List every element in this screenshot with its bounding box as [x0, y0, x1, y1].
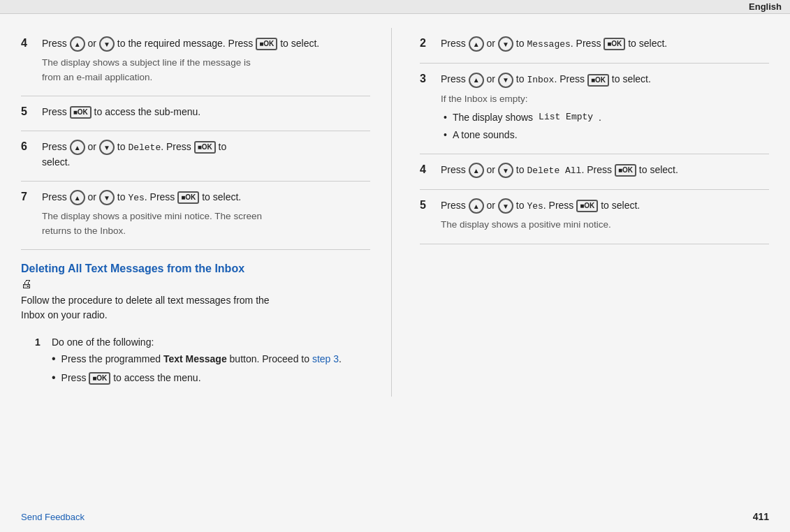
right-step-4-row: 4 Press ▲ or ▼ to Delete All. Press ■OK … [420, 154, 769, 190]
deleting-all-section: Deleting All Text Messages from the Inbo… [21, 263, 370, 397]
right-step-5-row: 5 Press ▲ or ▼ to Yes. Press ■OK to sele… [420, 190, 769, 244]
step-3-link: step 3 [312, 353, 339, 364]
bullet-list-empty: The display shows List Empty. [444, 110, 769, 125]
step-7-content: Press ▲ or ▼ to Yes. Press ■OK to select… [42, 190, 370, 241]
step-4-num: 4 [21, 36, 35, 87]
left-column: 4 Press ▲ or ▼ to the required message. … [21, 28, 392, 397]
bullet-tone-sounds: A tone sounds. [444, 128, 769, 142]
top-bar: English [0, 0, 790, 14]
step-4-content: Press ▲ or ▼ to the required message. Pr… [42, 36, 370, 87]
bullet-text-message: Press the programmed Text Message button… [52, 352, 342, 367]
yes-text: Yes [527, 201, 543, 212]
ok-btn: ■OK [576, 200, 598, 212]
down-btn: ▼ [498, 36, 513, 52]
bullet-press-ok: Press ■OK to access the menu. [52, 371, 342, 385]
right-step-4-content: Press ▲ or ▼ to Delete All. Press ■OK to… [441, 163, 769, 181]
step-4-row: 4 Press ▲ or ▼ to the required message. … [21, 28, 370, 96]
content-area: 4 Press ▲ or ▼ to the required message. … [0, 14, 790, 424]
step-7-row: 7 Press ▲ or ▼ to Yes. Press ■OK to sele… [21, 182, 370, 250]
up-btn: ▲ [469, 36, 484, 52]
sub-step-1-num: 1 [35, 337, 46, 390]
do-one-of-list: Press the programmed Text Message button… [52, 352, 342, 385]
step-6-num: 6 [21, 140, 35, 172]
down-btn: ▼ [498, 163, 513, 178]
section-heading: Deleting All Text Messages from the Inbo… [21, 263, 370, 275]
step-5-content: Press ■OK to access the sub-menu. [42, 105, 370, 122]
right-step-5-content: Press ▲ or ▼ to Yes. Press ■OK to select… [441, 198, 769, 235]
down-btn: ▼ [99, 36, 115, 52]
down-btn: ▼ [498, 198, 513, 214]
up-btn: ▲ [469, 73, 484, 88]
yes-text: Yes [128, 193, 144, 203]
down-btn: ▼ [498, 73, 513, 88]
section-icon: 🖨 [21, 278, 370, 290]
right-step-4-num: 4 [420, 163, 434, 181]
delete-all-text: Delete All [527, 165, 581, 176]
ok-btn: ■OK [615, 164, 636, 177]
right-step-3-num: 3 [420, 72, 434, 145]
delete-text: Delete [128, 142, 161, 153]
sub-step-1: 1 Do one of the following: Press the pro… [21, 330, 370, 397]
right-step-3-row: 3 Press ▲ or ▼ to Inbox. Press ■OK to se… [420, 64, 769, 154]
step-5-row: 5 Press ■OK to access the sub-menu. [21, 96, 370, 131]
up-btn: ▲ [469, 198, 484, 214]
up-btn: ▲ [70, 190, 85, 205]
right-column: 2 Press ▲ or ▼ to Messages. Press ■OK to… [413, 28, 769, 397]
step-6-content: Press ▲ or ▼ to Delete. Press ■OK tosele… [42, 140, 370, 172]
language-label: English [749, 1, 782, 12]
step-6-row: 6 Press ▲ or ▼ to Delete. Press ■OK tose… [21, 131, 370, 182]
up-btn: ▲ [70, 36, 85, 52]
up-btn: ▲ [469, 163, 484, 178]
ok-btn: ■OK [194, 141, 216, 154]
right-step-3-note: If the Inbox is empty: [441, 92, 769, 106]
ok-btn: ■OK [89, 372, 110, 385]
step-5-num: 5 [21, 105, 35, 122]
section-intro: Follow the procedure to delete all text … [21, 293, 370, 323]
ok-btn: ■OK [256, 38, 277, 50]
down-btn: ▼ [99, 190, 115, 205]
step-7-num: 7 [21, 190, 35, 241]
send-feedback-link[interactable]: Send Feedback [21, 512, 85, 522]
step-4-note: The display shows a subject line if the … [42, 56, 370, 84]
page-number: 411 [753, 511, 769, 522]
list-empty-text: List Empty [539, 110, 593, 124]
footer: Send Feedback 411 [0, 511, 790, 522]
inbox-text: Inbox [527, 75, 554, 85]
messages-text: Messages [527, 39, 570, 50]
ok-btn: ■OK [604, 38, 625, 50]
down-btn: ▼ [99, 140, 115, 155]
right-step-5-note: The display shows a positive mini notice… [441, 218, 769, 232]
right-step-5-num: 5 [420, 198, 434, 235]
right-step-2-num: 2 [420, 36, 434, 54]
up-btn: ▲ [70, 140, 85, 155]
right-step-2-content: Press ▲ or ▼ to Messages. Press ■OK to s… [441, 36, 769, 54]
ok-btn: ■OK [587, 74, 609, 87]
right-step-3-content: Press ▲ or ▼ to Inbox. Press ■OK to sele… [441, 72, 769, 145]
ok-btn: ■OK [70, 106, 92, 119]
ok-btn: ■OK [177, 191, 199, 204]
step-7-note: The display shows a positive mini notice… [42, 209, 370, 238]
inbox-empty-bullets: The display shows List Empty. A tone sou… [444, 110, 769, 142]
right-step-2-row: 2 Press ▲ or ▼ to Messages. Press ■OK to… [420, 28, 769, 64]
sub-step-1-content: Do one of the following: Press the progr… [52, 337, 342, 390]
